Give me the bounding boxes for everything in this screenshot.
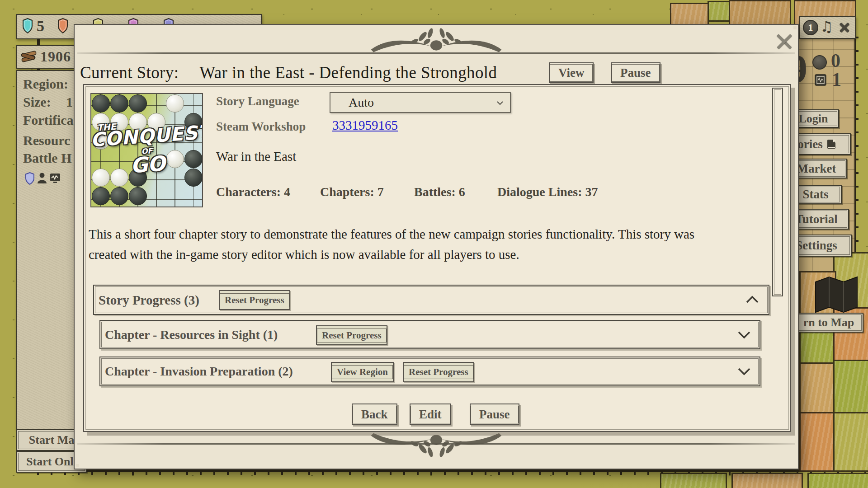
map-icon bbox=[813, 275, 860, 316]
story-progress-reset-button[interactable]: Reset Progress bbox=[219, 290, 290, 310]
black-stone bbox=[110, 187, 128, 205]
chip-value: 1 bbox=[832, 69, 841, 90]
chevron-down-icon bbox=[496, 101, 504, 105]
black-stone bbox=[92, 187, 110, 205]
scrollbar-thumb[interactable] bbox=[772, 88, 783, 296]
black-stone bbox=[92, 94, 110, 113]
return-to-map-label: rn to Map bbox=[803, 316, 854, 329]
white-stone bbox=[166, 94, 184, 113]
story-description: This a short four chapter story to demon… bbox=[89, 224, 719, 265]
book-icon bbox=[826, 139, 837, 150]
title-value: War in the East - Defending the Strongho… bbox=[199, 63, 497, 82]
steam-workshop-link[interactable]: 3331959165 bbox=[332, 118, 398, 133]
characters-stat: Characters: 4 bbox=[216, 185, 290, 199]
resource-shield-icon bbox=[57, 18, 68, 35]
captures-value: 0 bbox=[831, 50, 840, 71]
map-field bbox=[799, 412, 836, 472]
close-game-icon[interactable] bbox=[839, 22, 850, 33]
dialog-title: Current Story: War in the East - Defendi… bbox=[80, 63, 497, 82]
flourish-ornament-bottom bbox=[368, 431, 504, 458]
map-field bbox=[807, 473, 868, 488]
story-language-value: Auto bbox=[349, 95, 374, 110]
fortifications-label: Fortifica bbox=[23, 113, 74, 128]
map-field bbox=[731, 473, 803, 488]
person-icon bbox=[37, 172, 47, 184]
chapter-1-reset-button[interactable]: Reset Progress bbox=[316, 325, 387, 345]
chevron-up-icon[interactable] bbox=[745, 295, 760, 305]
chapter-2-title: Chapter - Invasion Preparation (2) bbox=[105, 364, 293, 379]
year-value: 1906 bbox=[40, 48, 71, 65]
pause-top-label: Pause bbox=[612, 64, 660, 82]
close-dialog-button[interactable] bbox=[775, 32, 794, 51]
view-label: View bbox=[550, 64, 593, 82]
pause-bottom-button[interactable]: Pause bbox=[470, 404, 519, 425]
captures-circle-icon bbox=[812, 55, 827, 70]
view-button[interactable]: View bbox=[549, 62, 594, 83]
return-to-map-button[interactable]: rn to Map bbox=[794, 313, 863, 333]
chapter-row-invasion-preparation[interactable]: Chapter - Invasion Preparation (2) View … bbox=[99, 357, 760, 386]
map-field bbox=[833, 412, 868, 472]
chevron-down-icon[interactable] bbox=[737, 330, 751, 340]
back-label: Back bbox=[353, 406, 396, 423]
size-label: Size: bbox=[23, 94, 51, 109]
battles-stat: Battles: 6 bbox=[414, 185, 465, 199]
steam-workshop-label: Steam Workshop bbox=[216, 120, 306, 134]
chapter-2-view-region-label: View Region bbox=[332, 365, 393, 379]
start-match-label: Start Ma bbox=[29, 433, 74, 447]
wood-logs-icon bbox=[20, 50, 38, 63]
chapter-1-title: Chapter - Resources in Sight (1) bbox=[105, 328, 278, 342]
chevron-down-icon[interactable] bbox=[737, 366, 751, 376]
sound-panel: 1 ♫ bbox=[799, 16, 856, 39]
chart-icon bbox=[49, 173, 61, 183]
story-progress-title: Story Progress (3) bbox=[99, 292, 199, 307]
story-language-dropdown[interactable]: Auto bbox=[330, 92, 511, 113]
chapters-stat: Chapters: 7 bbox=[320, 185, 384, 199]
flourish-ornament-top bbox=[368, 28, 504, 55]
chip-icon bbox=[814, 73, 827, 87]
start-online-label: Start Onli bbox=[26, 455, 77, 469]
map-field bbox=[833, 360, 868, 415]
chapter-row-resources-in-sight[interactable]: Chapter - Resources in Sight (1) Reset P… bbox=[99, 320, 760, 349]
story-language-label: Story Language bbox=[216, 94, 299, 108]
story-progress-reset-label: Reset Progress bbox=[220, 293, 289, 307]
size-value: 1 bbox=[66, 94, 73, 110]
cover-logo: THE CONQUEST OF GO bbox=[90, 117, 203, 179]
login-label: Login bbox=[798, 112, 828, 126]
chapter-2-view-region-button[interactable]: View Region bbox=[331, 362, 394, 382]
game-screen: 5 1906 Region: Size: 1 Fortifica Resourc… bbox=[0, 0, 868, 488]
story-name: War in the East bbox=[216, 149, 296, 164]
resource-shield-count: 5 bbox=[37, 18, 44, 35]
settings-label: Settings bbox=[796, 239, 837, 253]
map-field bbox=[799, 362, 836, 415]
turn-counter-icon: 1 bbox=[803, 20, 818, 35]
black-stone bbox=[110, 94, 128, 113]
story-progress-header[interactable]: Story Progress (3) Reset Progress bbox=[93, 285, 769, 315]
chapter-2-reset-label: Reset Progress bbox=[404, 365, 473, 379]
region-label: Region: bbox=[23, 76, 68, 92]
black-stone bbox=[129, 94, 147, 113]
story-cover-image: THE CONQUEST OF GO bbox=[90, 93, 203, 207]
current-story-dialog: Current Story: War in the East - Defendi… bbox=[74, 24, 799, 469]
chapter-2-reset-button[interactable]: Reset Progress bbox=[403, 362, 474, 382]
turn-counter-value: 1 bbox=[808, 22, 813, 33]
music-icon[interactable]: ♫ bbox=[820, 18, 833, 35]
map-border-bottom bbox=[37, 469, 868, 472]
chapter-1-reset-label: Reset Progress bbox=[317, 328, 387, 343]
defense-shield-icon bbox=[25, 172, 35, 185]
market-label: Market bbox=[797, 162, 836, 176]
back-button[interactable]: Back bbox=[352, 404, 397, 425]
story-details-panel: THE CONQUEST OF GO Story Language Auto S… bbox=[83, 84, 791, 432]
resource-shield-icon bbox=[22, 18, 33, 35]
edit-label: Edit bbox=[410, 406, 450, 423]
map-field bbox=[708, 1, 731, 22]
map-field bbox=[660, 473, 727, 488]
pause-bottom-label: Pause bbox=[471, 406, 519, 423]
title-label: Current Story: bbox=[80, 63, 179, 82]
pause-top-button[interactable]: Pause bbox=[611, 62, 660, 83]
tutorial-label: Tutorial bbox=[795, 212, 838, 226]
battle-label: Battle H bbox=[23, 150, 71, 166]
stats-label: Stats bbox=[802, 188, 828, 202]
resources-label: Resourc bbox=[23, 133, 70, 148]
edit-button[interactable]: Edit bbox=[410, 404, 451, 425]
dialogue-lines-stat: Dialogue Lines: 37 bbox=[497, 185, 598, 199]
